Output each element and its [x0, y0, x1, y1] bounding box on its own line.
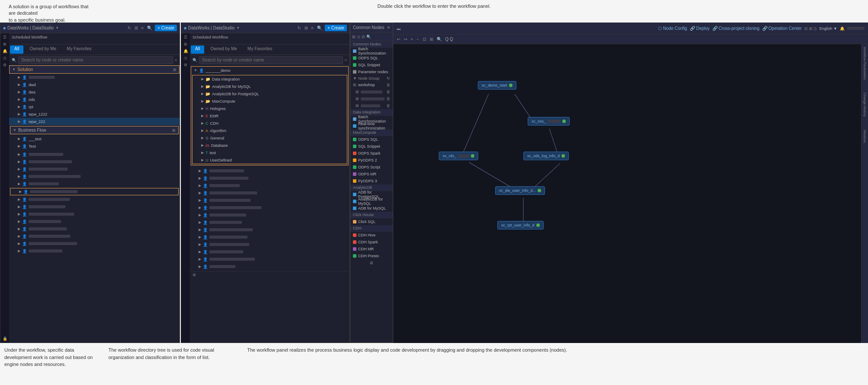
node-cdh-spark[interactable]: CDH Spark: [350, 239, 393, 246]
panel2-filter-btn[interactable]: ≡: [310, 25, 315, 31]
panel1-tab-scheduled[interactable]: Scheduled Workflow: [9, 33, 50, 44]
versions-tab[interactable]: Versions: [863, 129, 867, 143]
p2-more-8[interactable]: ▶👤: [190, 219, 349, 226]
panel1-filter-btn[interactable]: ≡: [140, 25, 145, 31]
solution-item-wpw1222[interactable]: ▶ 👤 wpw_1222: [9, 110, 179, 118]
p2-sidebar-icon-4[interactable]: ◷: [184, 56, 187, 60]
canvas-node-rpt-user[interactable]: xc_rpt_user_info_d: [497, 221, 544, 230]
node-cdh-mr[interactable]: CDH MR: [350, 246, 393, 252]
solution-item-dws[interactable]: ▶ 👤 dws: [9, 88, 179, 96]
p2-sidebar-icon-5[interactable]: ⚙: [184, 63, 187, 67]
panel1-refresh-btn[interactable]: ↻: [127, 25, 132, 31]
solution-item-rpt[interactable]: ▶ 👤 rpt: [9, 103, 179, 110]
panel2-refresh-btn[interactable]: ↻: [297, 25, 302, 31]
bf-item-test[interactable]: ▶ 👤 ___test: [9, 135, 179, 142]
wb3-delete[interactable]: 🗑: [386, 104, 390, 108]
np-icon-3[interactable]: ⊟: [362, 35, 365, 39]
np-icon-4[interactable]: 🔍: [366, 35, 371, 39]
sidebar-icon-3[interactable]: 🔔: [3, 49, 7, 53]
node-odps-spark[interactable]: ODPS Spark: [350, 150, 393, 157]
panel1-tab-owned[interactable]: Owned by Me: [24, 45, 62, 55]
bf-blur-5[interactable]: ▶👤: [9, 180, 179, 188]
node-cdh-hive[interactable]: CDH Hive: [350, 232, 393, 239]
node-odps-sql-1[interactable]: ODPS SQL: [350, 55, 393, 61]
node-panel-close[interactable]: ✕: [387, 25, 390, 30]
p2-page-icon[interactable]: ⚙: [193, 273, 196, 277]
solution-item-dwd[interactable]: ▶ 👤 dwd: [9, 81, 179, 88]
p2-analyticdb-mysql[interactable]: ▶ 📂 AnalyticDB for MySQL: [193, 83, 347, 90]
node-pyodps2[interactable]: PyODPS 2: [350, 157, 393, 164]
toolbar-zoom-out[interactable]: −: [416, 36, 420, 42]
node-realtime-sync[interactable]: Real-time synchronization: [350, 123, 393, 129]
bf-blur-7[interactable]: ▶👤: [9, 203, 179, 210]
node-adb-mysql-category[interactable]: AnalyticDB for MySQL: [350, 198, 393, 205]
workshop-blur-1[interactable]: ⊞ 🗑: [350, 88, 393, 95]
bf-grid-icon[interactable]: ⊞: [172, 128, 176, 133]
p2-more-11[interactable]: ▶👤: [190, 241, 349, 248]
p2-more-6[interactable]: ▶👤: [190, 204, 349, 211]
node-cdh-presto[interactable]: CDH Presto: [350, 252, 393, 259]
bf-blur-outlined[interactable]: ▶ 👤: [10, 188, 179, 195]
toolbar-search[interactable]: 🔍: [436, 36, 443, 42]
p2-more-4[interactable]: ▶👤: [190, 189, 349, 197]
panel1-search-input[interactable]: [18, 56, 173, 64]
p2-more-14[interactable]: ▶👤: [190, 263, 349, 270]
p2-hologres[interactable]: ▶ H Hologres: [193, 105, 347, 112]
node-odps-mr[interactable]: ODPS MR: [350, 171, 393, 178]
ng-refresh[interactable]: ↻: [387, 76, 390, 81]
canvas-drawing-area[interactable]: xc_demo_start xc_oss_ xc_rds_: [393, 44, 861, 343]
bf-blur-1[interactable]: ▶👤: [9, 151, 179, 158]
panel2-tab-favorites[interactable]: My Favorites: [242, 45, 277, 55]
p2-analyticdb-pg[interactable]: ▶ 📂 AnalyticDB for PostgreSQL: [193, 90, 347, 97]
workflow-params-tab[interactable]: Workflow Parameters: [863, 47, 867, 80]
cross-project-link[interactable]: 🔗 Cross-project cloning: [712, 26, 760, 31]
workshop-blur-3[interactable]: ⊞ 🗑: [350, 102, 393, 109]
canvas-node-demo-start[interactable]: xc_demo_start: [478, 81, 516, 90]
node-odps-script[interactable]: ODPS Script: [350, 164, 393, 171]
p2-test[interactable]: ▶ T test: [193, 149, 347, 156]
panel1-grid-btn[interactable]: ⊞: [134, 25, 139, 31]
panel1-tab-all[interactable]: All: [10, 45, 23, 54]
node-batch-sync-1[interactable]: Batch Synchronization: [350, 48, 393, 55]
sidebar-icon-6[interactable]: 🔒: [3, 336, 7, 341]
panel1-search-btn[interactable]: 🔍: [146, 25, 153, 31]
node-panel-expand[interactable]: ⊞: [350, 259, 393, 266]
p2-sidebar-icon-2[interactable]: ⊞: [184, 42, 187, 46]
solution-item-wpw222[interactable]: ▶ 👤 wpw_222: [9, 118, 179, 125]
node-odps-sql-2[interactable]: ODPS SQL: [350, 136, 393, 143]
bf-blur-12[interactable]: ▶👤: [9, 240, 179, 247]
sidebar-icon-1[interactable]: ☰: [3, 35, 7, 39]
p2-maxcompute[interactable]: ▶ 📂 MaxCompute: [193, 97, 347, 105]
p2-more-2[interactable]: ▶👤: [190, 175, 349, 182]
panel2-tab-owned[interactable]: Owned by Me: [205, 45, 242, 55]
panel2-tab-all[interactable]: All: [191, 45, 204, 54]
solution-section-header[interactable]: ▼ Solution ⊞: [9, 65, 179, 74]
panel1-create-btn[interactable]: + Create: [155, 25, 177, 31]
business-flow-section-header[interactable]: ▼ Business Flow ⊞: [10, 126, 179, 134]
p2-sidebar-icon-1[interactable]: ☰: [184, 35, 187, 39]
canvas-node-ods-log[interactable]: xc_ods_log_info_d: [523, 152, 569, 160]
p2-database[interactable]: ▶ 🗃 Database: [193, 142, 347, 149]
wb2-delete[interactable]: 🗑: [386, 97, 390, 101]
canvas-node-oss[interactable]: xc_oss_: [528, 117, 570, 126]
canvas-node-dw-user[interactable]: xc_dw_user_info_d...: [495, 186, 545, 195]
operation-center-link[interactable]: 🔗 Operation Center: [762, 26, 802, 31]
toolbar-fit[interactable]: ⊡: [422, 36, 427, 42]
p2-sidebar-icon-3[interactable]: 🔔: [183, 49, 188, 53]
node-pyodps3[interactable]: PyODPS 3: [350, 178, 393, 184]
node-group-header[interactable]: ▼ Node Group ↻: [350, 75, 393, 81]
bf-blur-9[interactable]: ▶👤: [9, 218, 179, 225]
p2-more-7[interactable]: ▶👤: [190, 211, 349, 219]
toolbar-undo[interactable]: ↩: [396, 36, 401, 42]
deploy-link[interactable]: 🔗 Deploy: [690, 26, 710, 31]
bf-blur-4[interactable]: ▶👤: [9, 173, 179, 180]
p2-cdh[interactable]: ▶ C CDH: [193, 120, 347, 127]
sidebar-icon-4[interactable]: ◷: [3, 56, 7, 60]
toolbar-grid[interactable]: ⊞: [429, 36, 434, 42]
p2-userdefined[interactable]: ▶ U UserDefined: [193, 156, 347, 164]
toolbar-redo[interactable]: ↪: [403, 36, 408, 42]
workshop-delete[interactable]: 🗑: [386, 83, 390, 87]
sidebar-icon-2[interactable]: ⊞: [3, 42, 7, 46]
panel2-tab-scheduled[interactable]: Scheduled Workflow: [190, 33, 231, 44]
bf-blur-11[interactable]: ▶👤: [9, 233, 179, 240]
